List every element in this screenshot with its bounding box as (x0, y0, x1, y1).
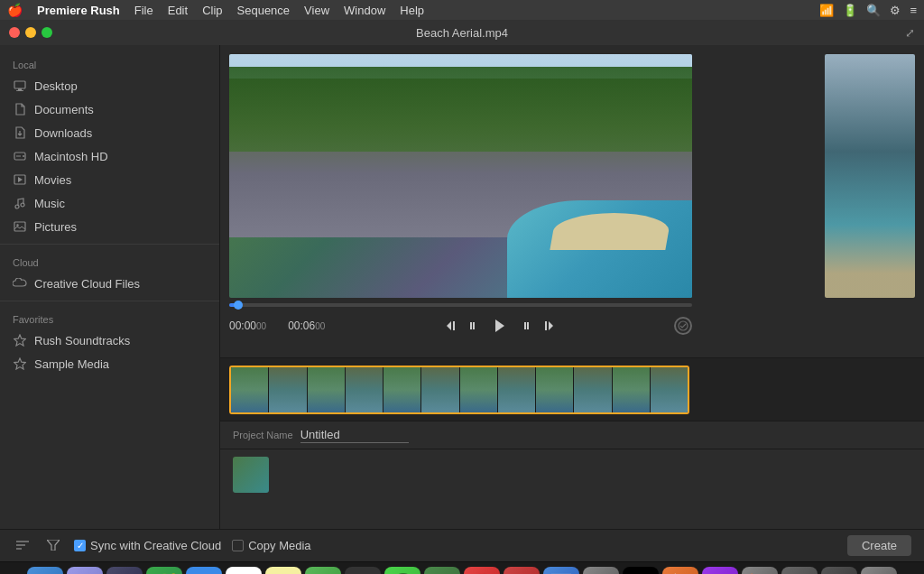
timeline-clip[interactable] (229, 366, 689, 414)
dock-terminal[interactable]: $_ (623, 567, 659, 575)
sidebar-item-creative-cloud[interactable]: Creative Cloud Files (0, 272, 219, 295)
create-button[interactable]: Create (847, 535, 911, 556)
menu-window[interactable]: Window (344, 4, 385, 17)
filter-icon[interactable] (43, 535, 63, 557)
dock-nosign[interactable]: 🚫 (464, 567, 500, 575)
svg-marker-27 (47, 540, 60, 551)
titlebar: Beach Aerial.mp4 ⤢ (0, 20, 924, 45)
frame-8 (498, 367, 535, 412)
dock-mark[interactable]: 🔖 (742, 567, 778, 575)
timeline-frames (231, 367, 688, 412)
dock-trash[interactable]: 🗑 (861, 567, 897, 575)
progress-handle[interactable] (234, 301, 243, 310)
skip-forward-button[interactable] (541, 318, 557, 334)
menu-help[interactable]: Help (400, 4, 424, 17)
sidebar-item-macintosh-hd[interactable]: Macintosh HD (0, 144, 219, 168)
dock-photos[interactable]: 🌸 (345, 567, 381, 575)
dock-launchpad[interactable]: 🚀 (106, 567, 143, 575)
skip-back-button[interactable] (443, 318, 459, 334)
dock-cam1[interactable]: 📷 (781, 567, 818, 575)
svg-rect-16 (470, 322, 472, 329)
search-icon[interactable]: 🔍 (866, 4, 881, 17)
sync-checkbox-container[interactable]: ✓ Sync with Creative Cloud (74, 539, 221, 552)
window-title: Beach Aerial.mp4 (416, 26, 508, 40)
minimize-button[interactable] (25, 27, 36, 38)
movies-icon (13, 172, 27, 187)
pictures-label: Pictures (34, 220, 77, 234)
copy-checkbox-container[interactable]: Copy Media (232, 539, 310, 552)
wifi-icon: 📶 (819, 4, 834, 17)
apple-menu[interactable]: 🍎 (7, 3, 23, 17)
svg-rect-17 (473, 322, 475, 329)
dock-safari[interactable]: 🧭 (146, 567, 182, 575)
maximize-button[interactable] (42, 27, 52, 38)
svg-rect-20 (527, 322, 529, 329)
macintosh-hd-label: Macintosh HD (34, 150, 108, 163)
bottom-toolbar: ✓ Sync with Creative Cloud Copy Media Cr… (0, 529, 924, 561)
project-name-input[interactable] (300, 427, 409, 443)
menu-edit[interactable]: Edit (168, 4, 188, 17)
sync-checkbox[interactable]: ✓ (74, 540, 86, 551)
control-center-icon[interactable]: ⚙ (890, 4, 901, 17)
menubar-right: 📶 🔋 🔍 ⚙ ≡ (819, 4, 917, 17)
dock-rush[interactable]: Ru (702, 567, 738, 575)
dock: 🖥 🎙 🚀 🧭 ✉ 📅 📝 🗺 🌸 💬 📹 🚫 🎵 🅰 ⚙ $_ 🍬 Ru 🔖 … (0, 561, 924, 574)
dock-messages[interactable]: 💬 (384, 567, 420, 575)
desktop-label: Desktop (34, 79, 78, 93)
documents-label: Documents (34, 103, 94, 116)
step-forward-button[interactable] (517, 318, 533, 334)
step-back-button[interactable] (467, 318, 483, 334)
dock-facetime[interactable]: 📹 (424, 567, 460, 575)
svg-point-8 (15, 205, 19, 208)
dock-mail[interactable]: ✉ (186, 567, 222, 575)
progress-bar[interactable] (229, 303, 692, 307)
sidebar-item-music[interactable]: Music (0, 191, 219, 215)
favorites-section-label: Favorites (0, 307, 219, 329)
frame-9 (536, 367, 573, 412)
creative-cloud-label: Creative Cloud Files (34, 277, 140, 291)
done-check[interactable] (674, 317, 692, 335)
dock-itunes[interactable]: 🎵 (504, 567, 540, 575)
sort-icon[interactable] (13, 535, 32, 557)
menu-view[interactable]: View (304, 4, 329, 17)
expand-icon[interactable]: ⤢ (905, 26, 915, 40)
frame-5 (383, 367, 420, 412)
sidebar-item-movies[interactable]: Movies (0, 168, 219, 191)
menu-sequence[interactable]: Sequence (237, 4, 291, 17)
sidebar-item-documents[interactable]: Documents (0, 97, 219, 121)
menu-extras[interactable]: ≡ (910, 4, 917, 17)
copy-label: Copy Media (248, 539, 310, 552)
video-player: 00:0000 00:0600 (229, 54, 818, 348)
dock-appstore[interactable]: 🅰 (543, 567, 579, 575)
close-button[interactable] (9, 27, 20, 38)
sidebar-item-desktop[interactable]: Desktop (0, 74, 219, 97)
sidebar-item-sample-media[interactable]: Sample Media (0, 352, 219, 375)
svg-marker-7 (18, 177, 23, 182)
menu-clip[interactable]: Clip (202, 4, 222, 17)
dock-maps[interactable]: 🗺 (305, 567, 341, 575)
svg-rect-2 (16, 90, 23, 91)
play-button[interactable] (490, 316, 510, 336)
menu-file[interactable]: File (134, 4, 153, 17)
dock-candy[interactable]: 🍬 (662, 567, 698, 575)
dock-calendar[interactable]: 📅 (226, 567, 262, 575)
documents-icon (13, 102, 27, 116)
thumbnail-image (825, 54, 915, 298)
copy-checkbox[interactable] (232, 540, 244, 551)
cloud-section-label: Cloud (0, 250, 219, 272)
dock-cam2[interactable]: 🎥 (821, 567, 857, 575)
video-frame[interactable] (229, 54, 692, 298)
dock-siri[interactable]: 🎙 (67, 567, 103, 575)
pictures-icon (13, 219, 27, 234)
sidebar-item-rush-soundtracks[interactable]: Rush Soundtracks (0, 329, 219, 352)
current-time: 00:0000 (229, 319, 266, 332)
dock-notes[interactable]: 📝 (265, 567, 301, 575)
import-panel: Project Name (220, 421, 924, 529)
frame-4 (346, 367, 383, 412)
sample-media-label: Sample Media (34, 357, 109, 371)
dock-syspref[interactable]: ⚙ (583, 567, 619, 575)
sidebar-item-pictures[interactable]: Pictures (0, 215, 219, 238)
dock-finder[interactable]: 🖥 (27, 567, 63, 575)
movies-label: Movies (34, 173, 71, 187)
sidebar-item-downloads[interactable]: Downloads (0, 121, 219, 144)
